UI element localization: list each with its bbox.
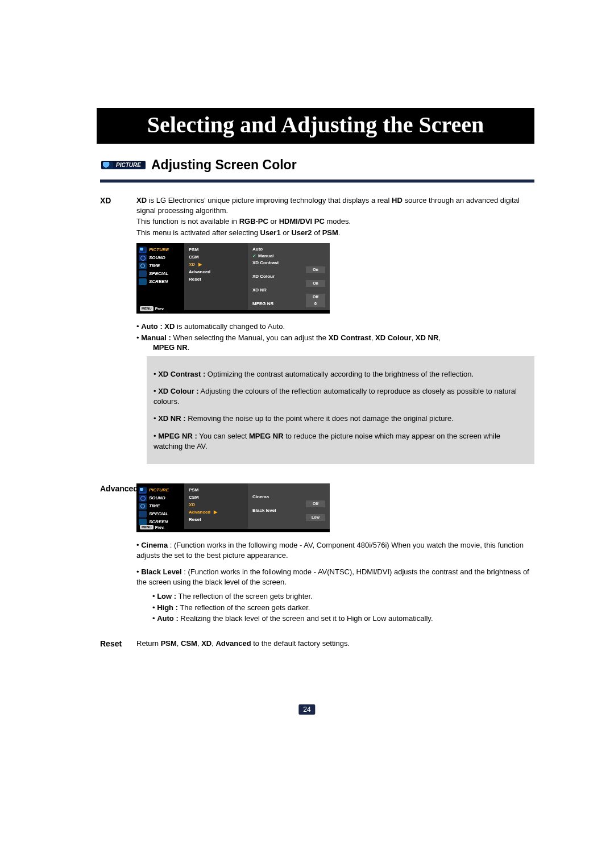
xd-l2b1: RGB-PC [239,217,268,226]
osd2-menu: PSM CSM XD Advanced▶ Reset [184,483,248,529]
osd1-v2: On [306,266,325,273]
osd1-r5: MPEG NR [252,301,273,307]
s3: , [438,333,441,342]
manual-page: Selecting and Adjusting the Screen PICTU… [0,0,614,868]
osd-screenshot-2: PICTURE SOUND TIME SPECIAL SCREEN PSM CS… [136,483,330,532]
sound-icon [139,254,147,261]
auto-t: is automatically changed to Auto. [175,322,285,331]
man-b3: XD Colour [375,333,412,342]
man-b2: XD Contrast [329,333,371,342]
man-b4: XD NR [416,333,438,342]
bl-b: Black Level [141,567,182,576]
xmp-b2: MPEG NR [249,432,284,440]
advanced-section: Advanced PICTURE SOUND TIME SPECIAL SCRE… [97,483,534,625]
reset-b3: XD [201,639,211,648]
osd1-cat1: SOUND [149,255,165,261]
xd-l2t3: modes. [325,217,351,226]
xmp-b: MPEG NR : [158,432,197,440]
xd-l3b3: PSM [322,228,338,237]
low-t: The reflection of the screen gets bright… [176,592,313,600]
osd1-categories: PICTURE SOUND TIME SPECIAL SCREEN [136,243,184,310]
divider [100,180,534,183]
special-icon [139,511,147,518]
subtitle-text: Adjusting Screen Color [151,157,297,173]
picture-chip-icon: PICTURE [101,161,146,169]
xd-logo-icon: XD [189,501,195,508]
page-banner: Selecting and Adjusting the Screen [97,108,534,144]
osd2-m2: XD [189,501,243,508]
aauto-b: Auto : [157,614,179,623]
high-b: High : [157,603,178,612]
check-icon: ✓ [252,253,256,258]
reset-t1: Return [136,639,161,648]
xcol-t: Adjusting the colours of the reflection … [154,387,517,406]
osd1-menu: PSM CSM XD▶ Advanced Reset [184,243,248,310]
xd-l2b2: HDMI/DVI PC [279,217,325,226]
reset-b2: CSM [181,639,197,648]
osd1-v5: 0 [306,301,325,307]
osd2-values: Cinema Off Black level Low [248,483,330,529]
page-number: 24 [298,704,315,715]
xd-b1: XD [136,196,147,205]
s2: , [412,333,416,342]
osd1-v3: On [306,280,325,287]
cin-b: Cinema [141,541,168,549]
arrow-icon: ▶ [198,262,202,267]
advanced-content: PICTURE SOUND TIME SPECIAL SCREEN PSM CS… [136,483,534,625]
sound-icon [139,495,147,502]
rs1: , [177,639,181,648]
osd1-footer: MENUPrev. [140,306,164,311]
man-b5: MPEG NR [153,343,188,352]
osd1-cat4: SCREEN [149,279,168,285]
osd1-r0: Auto [252,246,263,253]
xd-content: XD is LG Electronics' unique picture imp… [136,195,534,470]
reset-t2: to the default factory settings. [251,639,350,648]
osd1-mi1: CSM [189,253,243,261]
menu-button-icon: MENU [140,525,154,529]
xd-l3b2: User2 [291,228,312,237]
osd1-mi3: Advanced [189,268,243,276]
cin-t: : (Function works in the following mode … [136,541,524,560]
xd-l3b1: User1 [260,228,281,237]
s1: , [371,333,375,342]
xd-l3t4: . [338,228,341,237]
picture-icon [139,487,147,494]
advanced-bullets: • Cinema : (Function works in the follow… [136,540,534,624]
advanced-label: Advanced [97,483,136,494]
osd1-cat3: SPECIAL [149,271,169,277]
osd2-r1: Black level [252,507,276,514]
xd-label: XD [97,195,136,206]
osd1-r1: Manual [258,253,274,258]
osd2-m0: PSM [189,486,243,494]
xd-t1: is LG Electronics' unique picture improv… [147,196,392,205]
xd-b2: HD [392,196,403,205]
xmp-t1: You can select [197,432,249,440]
osd2-c3: SPECIAL [149,511,169,518]
osd2-c2: TIME [149,503,160,510]
osd1-r4: XD NR [252,287,267,294]
osd2-m4: Reset [189,516,243,523]
osd2-c0: PICTURE [149,487,169,494]
xcol-b: XD Colour : [158,387,199,395]
auto-b: Auto : XD [141,322,175,331]
arrow-icon: ▶ [214,510,217,515]
high-t: The reflection of the screen gets darker… [178,603,310,612]
prev-text: Prev. [155,525,165,530]
reset-section: Reset Return PSM, CSM, XD, Advanced to t… [97,639,534,650]
osd2-c1: SOUND [149,495,165,502]
reset-label: Reset [97,639,136,649]
xnr-t: Removing the noise up to the point where… [186,414,454,423]
osd1-mi2: XD▶ [189,261,243,268]
man-b: Manual : [141,333,171,342]
xd-logo-icon: XD [189,261,195,268]
osd1-cat0: PICTURE [149,247,169,253]
aauto-t: Realizing the black level of the screen … [179,614,433,623]
xc-b: XD Contrast : [158,370,205,378]
osd-screenshot-1: PICTURE SOUND TIME SPECIAL SCREEN PSM CS… [136,243,330,314]
osd1-r3: XD Colour [252,273,275,280]
xd-l2t1: This function is not available in [136,217,239,226]
xd-l3t3: of [312,228,322,237]
xc-t: Optimizing the contrast automatically ac… [205,370,474,378]
man-t: When selecting the Manual, you can adjus… [171,333,329,342]
xd-section: XD XD is LG Electronics' unique picture … [97,195,534,470]
